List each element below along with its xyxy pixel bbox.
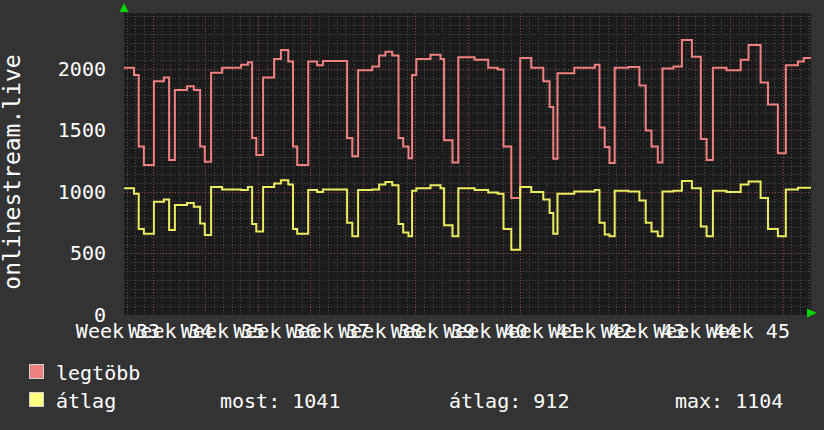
legend-swatch-atlag (29, 392, 44, 407)
legend-row-atlag: átlag most: 1041 átlag: 912 max: 1104 (0, 391, 824, 411)
y-tick-label: 1500 (58, 120, 106, 140)
rrd-graph: onlinestream.live 0500100015002000 Week … (0, 0, 824, 430)
stat-atlag-label: átlag: (449, 389, 521, 413)
legend-label-legtobb: legtöbb (56, 363, 140, 383)
stat-max-value: 1104 (735, 389, 783, 413)
stat-most-value: 1041 (292, 389, 340, 413)
legend-row-legtobb: legtöbb (0, 363, 824, 383)
stat-max: max: 1104 (675, 391, 783, 411)
stat-atlag: átlag: 912 (449, 391, 569, 411)
stat-max-label: max: (675, 389, 723, 413)
legend-label-atlag: átlag (56, 391, 116, 411)
stat-most-label: most: (220, 389, 280, 413)
y-tick-label: 1000 (58, 182, 106, 202)
x-tick-label: Week 45 (706, 321, 790, 341)
stat-most: most: 1041 (220, 391, 340, 411)
stat-atlag-value: 912 (533, 389, 569, 413)
y-tick-label: 2000 (58, 59, 106, 79)
y-axis-arrow-icon (120, 3, 129, 12)
x-axis-arrow-icon (807, 309, 817, 318)
legend-swatch-legtobb (29, 364, 44, 379)
y-tick-label: 500 (70, 243, 106, 263)
